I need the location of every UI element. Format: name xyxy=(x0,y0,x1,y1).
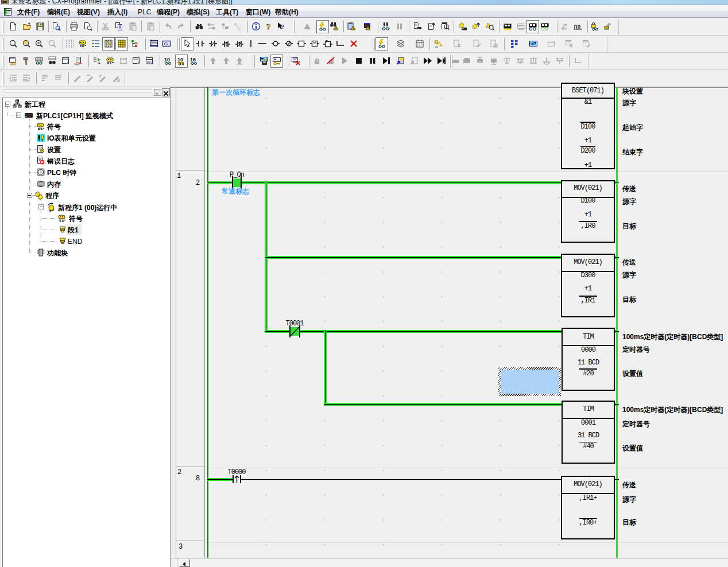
svg-text:?: ? xyxy=(281,23,285,30)
svg-text:CI: CI xyxy=(164,41,169,46)
svg-text:B: B xyxy=(238,27,241,31)
svg-text:A: A xyxy=(234,22,237,26)
svg-text:10: 10 xyxy=(164,57,170,63)
svg-text:002: 002 xyxy=(147,60,153,64)
svg-text:10: 10 xyxy=(177,57,183,63)
svg-text:?: ? xyxy=(266,22,271,31)
svg-text:16: 16 xyxy=(190,57,196,63)
svg-text:SMA: SMA xyxy=(150,40,156,42)
